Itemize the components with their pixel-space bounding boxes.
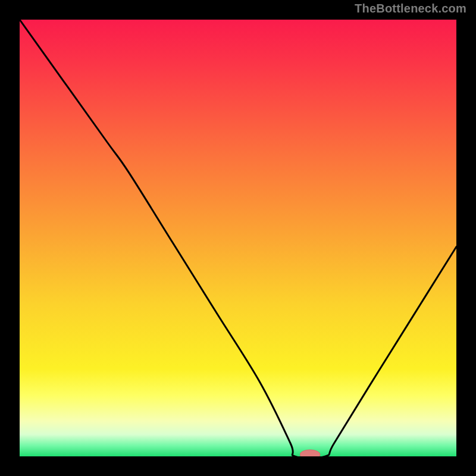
chart-frame: { "attribution": "TheBottleneck.com", "c…	[0, 0, 476, 476]
attribution-text: TheBottleneck.com	[355, 2, 466, 15]
bottleneck-curve	[20, 20, 456, 456]
plot-area	[20, 20, 456, 456]
optimum-marker	[300, 450, 320, 456]
curve-path	[20, 20, 456, 456]
